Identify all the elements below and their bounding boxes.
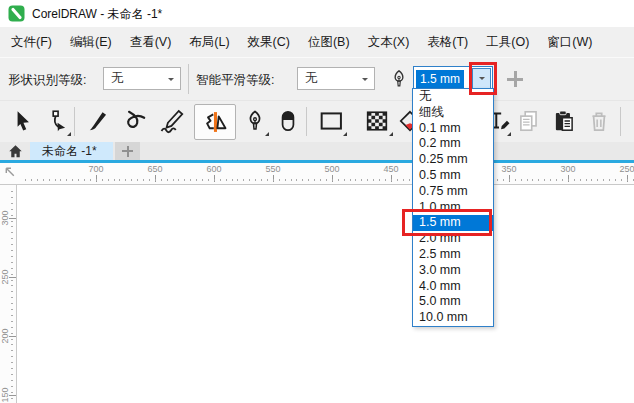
ruler-minor-tick (11, 315, 13, 316)
dropdown-item-4-0-mm[interactable]: 4.0 mm (413, 279, 493, 295)
ruler-minor-tick (255, 179, 256, 181)
ruler-minor-tick (11, 226, 13, 227)
ruler-tick-label: 650 (147, 164, 162, 174)
ruler-minor-tick (11, 197, 13, 198)
ruler-minor-tick (320, 179, 321, 181)
ruler-minor-tick (214, 179, 215, 181)
property-bar: 形状识别等级: 无 智能平滑等级: 无 1.5 mm (0, 57, 634, 100)
ruler-minor-tick (102, 179, 103, 181)
pen-tool[interactable] (240, 104, 270, 138)
ruler-minor-tick (196, 179, 197, 181)
ruler-minor-tick (11, 244, 13, 245)
document-tab[interactable]: 未命名 -1* (30, 142, 113, 160)
ruler-minor-tick (397, 179, 398, 181)
ruler-minor-tick (178, 179, 179, 181)
ruler-minor-tick (574, 179, 575, 181)
ruler-minor-tick (11, 256, 13, 257)
ruler-major-tick (9, 395, 16, 396)
ruler-minor-tick (11, 274, 13, 275)
ruler-minor-tick (532, 179, 533, 181)
ruler-minor-tick (509, 179, 510, 181)
menu-item-view[interactable]: 查看(V) (121, 27, 181, 57)
ruler-minor-tick (11, 268, 13, 269)
eraser-tool[interactable] (273, 104, 303, 138)
ruler-minor-tick (503, 179, 504, 181)
annotation-box-dropdown-button (469, 62, 497, 95)
ruler-minor-tick (308, 179, 309, 181)
ruler-minor-tick (379, 179, 380, 181)
shape-tool[interactable] (42, 104, 72, 138)
copy-tool[interactable] (514, 104, 544, 138)
smart-drawing-tool[interactable] (194, 104, 236, 140)
ruler-minor-tick (84, 179, 85, 181)
ruler-minor-tick (302, 179, 303, 181)
dropdown-item-0-5-mm[interactable]: 0.5 mm (413, 168, 493, 184)
ruler-minor-tick (11, 368, 13, 369)
paste-tool[interactable] (549, 104, 579, 138)
ruler-minor-tick (114, 179, 115, 181)
smart-smoothing-select[interactable]: 无 (297, 67, 375, 90)
ruler-minor-tick (161, 179, 162, 181)
outline-width-dropdown-list: 无细线0.1 mm0.2 mm0.25 mm0.5 mm0.75 mm1.0 m… (412, 88, 494, 327)
dropdown-item-5-0-mm[interactable]: 5.0 mm (413, 294, 493, 310)
dropdown-item-0-25-mm[interactable]: 0.25 mm (413, 152, 493, 168)
ruler-minor-tick (361, 179, 362, 181)
ruler-minor-tick (11, 221, 13, 222)
ruler-origin-arrow-icon[interactable] (3, 165, 18, 184)
shape-recognition-select[interactable]: 无 (103, 67, 181, 90)
ruler-minor-tick (344, 179, 345, 181)
curve-tool[interactable] (120, 104, 150, 138)
pattern-fill-tool[interactable] (360, 104, 394, 138)
home-icon (7, 143, 24, 160)
ruler-minor-tick (243, 179, 244, 181)
dropdown-item-0-1-mm[interactable]: 0.1 mm (413, 121, 493, 137)
menu-item-window[interactable]: 窗口(W) (538, 27, 601, 57)
artistic-media-tool[interactable] (84, 104, 114, 138)
delete-tool[interactable] (584, 104, 614, 138)
ruler-minor-tick (226, 179, 227, 181)
home-button[interactable] (0, 142, 30, 160)
horizontal-ruler[interactable]: 700650600550500450400350300250 (0, 163, 634, 185)
ruler-minor-tick (131, 179, 132, 181)
pick-tool[interactable] (8, 104, 38, 138)
ruler-minor-tick (603, 179, 604, 181)
menu-item-bitmaps[interactable]: 位图(B) (299, 27, 359, 57)
drawing-canvas[interactable] (17, 185, 634, 403)
ruler-minor-tick (332, 179, 333, 181)
dropdown-item-0-2-mm[interactable]: 0.2 mm (413, 136, 493, 152)
menu-item-tools[interactable]: 工具(O) (477, 27, 538, 57)
ruler-minor-tick (11, 350, 13, 351)
ruler-minor-tick (11, 203, 13, 204)
vertical-ruler[interactable]: 300250200150 (0, 185, 17, 403)
shape-recognition-value: 无 (104, 70, 168, 87)
ruler-minor-tick (167, 179, 168, 181)
outline-width-value: 1.5 mm (416, 70, 464, 88)
dropdown-item-0-75-mm[interactable]: 0.75 mm (413, 184, 493, 200)
menu-item-table[interactable]: 表格(T) (418, 27, 477, 57)
new-tab-button[interactable] (115, 142, 140, 160)
ruler-minor-tick (338, 179, 339, 181)
dropdown-item-10-0-mm[interactable]: 10.0 mm (413, 310, 493, 326)
plus-icon (127, 146, 129, 157)
dropdown-item-3-0-mm[interactable]: 3.0 mm (413, 263, 493, 279)
menu-item-effects[interactable]: 效果(C) (239, 27, 299, 57)
ruler-minor-tick (237, 179, 238, 181)
menu-item-text[interactable]: 文本(X) (359, 27, 419, 57)
ruler-minor-tick (285, 179, 286, 181)
plus-icon (514, 71, 517, 87)
ruler-tick-label: 300 (560, 164, 575, 174)
menu-item-layout[interactable]: 布局(L) (180, 27, 238, 57)
menu-item-edit[interactable]: 编辑(E) (61, 27, 121, 57)
window-title: CorelDRAW - 未命名 -1* (32, 6, 162, 23)
ruler-minor-tick (527, 179, 528, 181)
divider (188, 64, 189, 94)
menu-item-file[interactable]: 文件(F) (2, 27, 61, 57)
flyout-arrow-icon (343, 132, 347, 136)
dropdown-item-细线[interactable]: 细线 (413, 105, 493, 121)
toolbar-divider (620, 107, 621, 136)
ruler-minor-tick (11, 262, 13, 263)
dropdown-item-2-5-mm[interactable]: 2.5 mm (413, 247, 493, 263)
add-preset-button[interactable] (506, 70, 524, 88)
livesketch-tool[interactable] (153, 104, 191, 138)
rectangle-tool[interactable] (314, 104, 348, 138)
